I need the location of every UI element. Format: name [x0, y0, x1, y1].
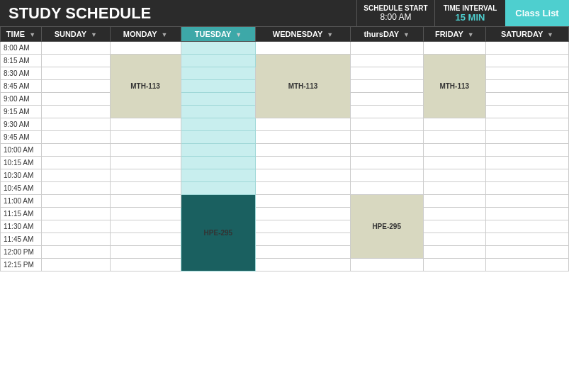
cell-saturday[interactable]	[485, 208, 568, 220]
col-wednesday[interactable]: WEDNESDAY ▼	[256, 27, 351, 42]
cell-saturday[interactable]	[485, 144, 568, 157]
cell-sunday[interactable]	[42, 80, 111, 93]
col-saturday[interactable]: SATURDAY ▼	[485, 27, 568, 42]
cell-saturday[interactable]	[485, 157, 568, 169]
cell-wednesday[interactable]	[256, 208, 351, 220]
cell-monday[interactable]	[110, 220, 181, 233]
cell-saturday[interactable]	[485, 93, 568, 106]
cell-friday[interactable]	[423, 246, 485, 259]
cell-sunday[interactable]	[42, 67, 111, 80]
col-sunday[interactable]: SUNDAY ▼	[42, 27, 111, 42]
cell-friday[interactable]	[423, 144, 485, 157]
cell-thursday[interactable]	[350, 67, 423, 80]
cell-sunday[interactable]	[42, 93, 111, 106]
cell-sunday[interactable]	[42, 144, 111, 157]
cell-sunday[interactable]	[42, 131, 111, 144]
col-monday[interactable]: MONDAY ▼	[110, 27, 181, 42]
cell-saturday[interactable]	[485, 131, 568, 144]
cell-wednesday[interactable]	[256, 220, 351, 233]
cell-saturday[interactable]	[485, 106, 568, 118]
cell-sunday[interactable]	[42, 55, 111, 67]
cell-tuesday[interactable]	[181, 182, 256, 195]
cell-tuesday[interactable]	[181, 169, 256, 182]
cell-wednesday[interactable]	[256, 42, 351, 55]
cell-saturday[interactable]	[485, 182, 568, 195]
cell-monday[interactable]	[110, 157, 181, 169]
cell-wednesday[interactable]	[256, 259, 351, 271]
cell-wednesday[interactable]	[256, 118, 351, 131]
cell-sunday[interactable]	[42, 169, 111, 182]
cell-saturday[interactable]	[485, 233, 568, 246]
cell-friday[interactable]	[423, 169, 485, 182]
cell-friday[interactable]	[423, 195, 485, 208]
class-block[interactable]: MTH-113	[256, 55, 351, 118]
cell-tuesday[interactable]	[181, 55, 256, 67]
cell-wednesday[interactable]	[256, 233, 351, 246]
cell-thursday[interactable]	[350, 42, 423, 55]
cell-tuesday[interactable]	[181, 157, 256, 169]
class-list-button[interactable]: Class List	[505, 0, 569, 26]
cell-saturday[interactable]	[485, 169, 568, 182]
cell-wednesday[interactable]	[256, 195, 351, 208]
col-tuesday[interactable]: TUESDAY ▼	[181, 27, 256, 42]
class-block[interactable]: MTH-113	[110, 55, 181, 118]
cell-monday[interactable]	[110, 42, 181, 55]
cell-sunday[interactable]	[42, 233, 111, 246]
col-friday[interactable]: FRIDAY ▼	[423, 27, 485, 42]
cell-sunday[interactable]	[42, 208, 111, 220]
cell-friday[interactable]	[423, 220, 485, 233]
cell-monday[interactable]	[110, 259, 181, 271]
cell-friday[interactable]	[423, 131, 485, 144]
cell-saturday[interactable]	[485, 55, 568, 67]
cell-thursday[interactable]	[350, 131, 423, 144]
cell-wednesday[interactable]	[256, 144, 351, 157]
cell-saturday[interactable]	[485, 246, 568, 259]
cell-thursday[interactable]	[350, 144, 423, 157]
cell-sunday[interactable]	[42, 106, 111, 118]
class-block[interactable]: HPE-295	[350, 195, 423, 259]
cell-friday[interactable]	[423, 208, 485, 220]
cell-monday[interactable]	[110, 246, 181, 259]
cell-tuesday[interactable]	[181, 93, 256, 106]
cell-thursday[interactable]	[350, 182, 423, 195]
cell-monday[interactable]	[110, 118, 181, 131]
cell-thursday[interactable]	[350, 106, 423, 118]
cell-monday[interactable]	[110, 169, 181, 182]
cell-tuesday[interactable]	[181, 144, 256, 157]
cell-monday[interactable]	[110, 131, 181, 144]
cell-saturday[interactable]	[485, 42, 568, 55]
cell-saturday[interactable]	[485, 67, 568, 80]
cell-saturday[interactable]	[485, 195, 568, 208]
cell-sunday[interactable]	[42, 195, 111, 208]
cell-thursday[interactable]	[350, 157, 423, 169]
cell-sunday[interactable]	[42, 220, 111, 233]
cell-friday[interactable]	[423, 42, 485, 55]
class-block[interactable]: HPE-295	[181, 195, 256, 271]
cell-wednesday[interactable]	[256, 246, 351, 259]
cell-wednesday[interactable]	[256, 169, 351, 182]
cell-tuesday[interactable]	[181, 80, 256, 93]
cell-friday[interactable]	[423, 259, 485, 271]
cell-friday[interactable]	[423, 157, 485, 169]
cell-saturday[interactable]	[485, 118, 568, 131]
cell-thursday[interactable]	[350, 93, 423, 106]
cell-thursday[interactable]	[350, 118, 423, 131]
cell-friday[interactable]	[423, 182, 485, 195]
cell-wednesday[interactable]	[256, 182, 351, 195]
cell-sunday[interactable]	[42, 118, 111, 131]
cell-thursday[interactable]	[350, 80, 423, 93]
cell-sunday[interactable]	[42, 157, 111, 169]
cell-monday[interactable]	[110, 208, 181, 220]
cell-saturday[interactable]	[485, 80, 568, 93]
cell-tuesday[interactable]	[181, 118, 256, 131]
cell-monday[interactable]	[110, 195, 181, 208]
cell-thursday[interactable]	[350, 259, 423, 271]
cell-wednesday[interactable]	[256, 131, 351, 144]
cell-friday[interactable]	[423, 118, 485, 131]
cell-sunday[interactable]	[42, 259, 111, 271]
cell-thursday[interactable]	[350, 169, 423, 182]
cell-monday[interactable]	[110, 144, 181, 157]
class-block[interactable]: MTH-113	[423, 55, 485, 118]
cell-tuesday[interactable]	[181, 67, 256, 80]
cell-friday[interactable]	[423, 233, 485, 246]
